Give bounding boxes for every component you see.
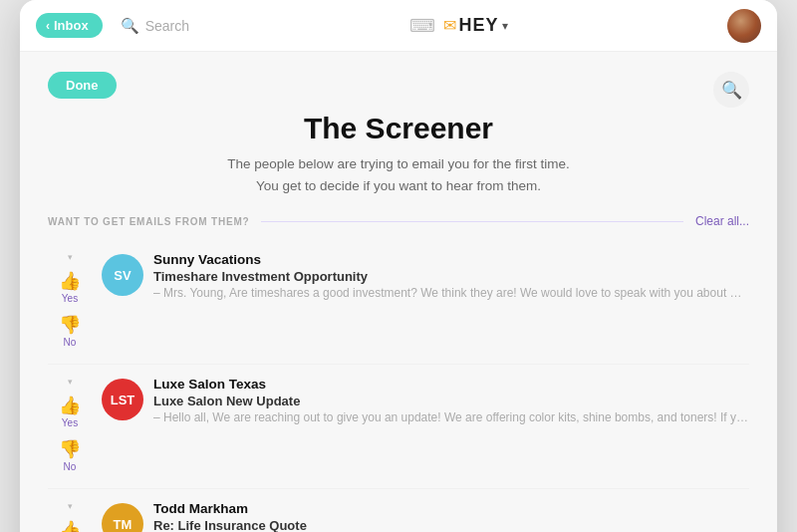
sender-avatar: LST: [102, 379, 143, 420]
thumbs-down-icon: 👎: [59, 314, 81, 336]
yes-button[interactable]: 👍 Yes: [51, 515, 89, 532]
logo-chevron-icon: ▾: [502, 19, 508, 33]
email-body: Todd Markham Re: Life Insurance Quote – …: [153, 501, 749, 532]
content-area: Done 🔍 The Screener The people below are…: [20, 52, 777, 532]
thumbs-up-icon: 👍: [59, 519, 81, 532]
email-subject[interactable]: Luxe Salon New Update: [153, 394, 749, 408]
vote-buttons: ▾ 👍 Yes 👎 No: [48, 501, 92, 532]
subtitle-line2: You get to decide if you want to hear fr…: [256, 178, 541, 193]
no-button[interactable]: 👎 No: [51, 434, 89, 476]
divider-line: [261, 221, 683, 222]
yes-label: Yes: [62, 417, 78, 428]
sender-name: Todd Markham: [153, 501, 749, 516]
table-row: ▾ 👍 Yes 👎 No LST Luxe Salon Texas Luxe S…: [48, 365, 749, 489]
email-preview: – Mrs. Young, Are timeshares a good inve…: [153, 286, 749, 300]
envelope-icon: ✉: [443, 16, 456, 35]
clear-all-link[interactable]: Clear all...: [695, 214, 749, 228]
email-subject[interactable]: Re: Life Insurance Quote: [153, 518, 749, 532]
search-area[interactable]: 🔍 Search: [121, 17, 189, 35]
avatar[interactable]: [727, 9, 761, 43]
sender-avatar: TM: [102, 503, 143, 532]
email-preview: – Hello all, We are reaching out to give…: [153, 410, 749, 424]
yes-chevron-icon: ▾: [68, 377, 73, 387]
vote-buttons: ▾ 👍 Yes 👎 No: [48, 377, 92, 476]
table-row: ▾ 👍 Yes 👎 No SV Sunny Vacations Timeshar…: [48, 240, 749, 365]
search-icon: 🔍: [121, 17, 139, 35]
top-content-row: Done 🔍: [48, 72, 749, 108]
no-button[interactable]: 👎 No: [51, 310, 89, 352]
sender-avatar: SV: [102, 254, 143, 296]
main-window: ‹ Inbox 🔍 Search ⌨ ✉ HEY ▾ Done 🔍 The Sc…: [20, 0, 777, 532]
table-row: ▾ 👍 Yes 👎 No TM Todd Markham Re: Life In…: [48, 489, 749, 532]
thumbs-up-icon: 👍: [59, 270, 81, 292]
thumbs-down-icon: 👎: [59, 438, 81, 460]
sender-name: Sunny Vacations: [153, 252, 749, 267]
inbox-label: Inbox: [54, 18, 89, 33]
thumbs-up-icon: 👍: [59, 395, 81, 416]
yes-chevron-icon: ▾: [68, 252, 73, 262]
screener-search-icon: 🔍: [721, 80, 742, 101]
no-label: No: [64, 461, 77, 472]
keyboard-icon: ⌨: [409, 15, 435, 37]
vote-buttons: ▾ 👍 Yes 👎 No: [48, 252, 92, 352]
logo-area: ⌨ ✉ HEY ▾: [189, 15, 727, 37]
email-body: Luxe Salon Texas Luxe Salon New Update –…: [153, 377, 749, 424]
divider-row: WANT TO GET EMAILS FROM THEM? Clear all.…: [48, 214, 749, 228]
hey-text: HEY: [459, 15, 499, 36]
yes-label: Yes: [62, 293, 78, 304]
yes-chevron-icon: ▾: [68, 501, 73, 511]
done-button[interactable]: Done: [48, 72, 117, 99]
email-list: ▾ 👍 Yes 👎 No SV Sunny Vacations Timeshar…: [48, 240, 749, 532]
no-label: No: [64, 337, 77, 348]
inbox-button[interactable]: ‹ Inbox: [36, 13, 103, 38]
hey-logo: ✉ HEY ▾: [443, 15, 508, 36]
screener-title: The Screener: [48, 112, 749, 145]
top-bar: ‹ Inbox 🔍 Search ⌨ ✉ HEY ▾: [20, 0, 777, 52]
screener-search-button[interactable]: 🔍: [713, 72, 749, 108]
sender-name: Luxe Salon Texas: [153, 377, 749, 392]
yes-button[interactable]: 👍 Yes: [51, 266, 89, 308]
subtitle-line1: The people below are trying to email you…: [227, 156, 570, 171]
chevron-left-icon: ‹: [46, 19, 50, 33]
screener-subtitle: The people below are trying to email you…: [48, 153, 749, 196]
want-label: WANT TO GET EMAILS FROM THEM?: [48, 216, 249, 227]
email-body: Sunny Vacations Timeshare Investment Opp…: [153, 252, 749, 300]
search-label: Search: [145, 18, 189, 34]
email-subject[interactable]: Timeshare Investment Opportunity: [153, 269, 749, 284]
yes-button[interactable]: 👍 Yes: [51, 391, 89, 432]
